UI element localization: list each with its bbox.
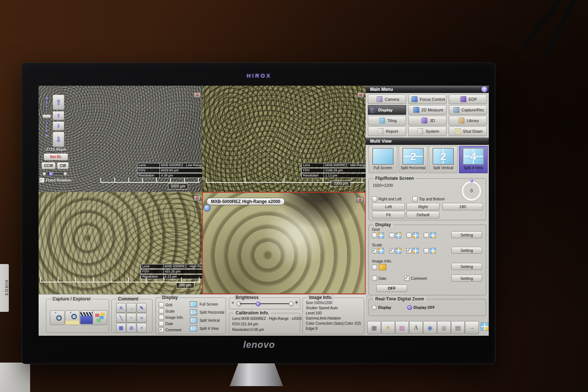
tiling-icon <box>379 118 385 124</box>
bottom-comment-checkbox[interactable] <box>159 327 164 332</box>
quadrant-mid-range[interactable]: LensMXB-5000REZ : Mid-Range : x140 FOV21… <box>202 86 366 192</box>
rotation-slider[interactable] <box>43 173 67 174</box>
navigator-icon[interactable] <box>204 204 211 211</box>
fixed-rotation-checkbox[interactable] <box>39 178 44 183</box>
set-dl-button[interactable]: Set DL <box>44 153 68 160</box>
capture-image-button[interactable] <box>50 310 65 325</box>
menu-system-button[interactable]: System <box>408 126 447 136</box>
quad-view-shortcut-icon[interactable] <box>481 322 489 331</box>
capture-with-note-button[interactable] <box>65 310 80 325</box>
grid-q3-checkbox[interactable] <box>406 233 412 238</box>
image-info-checkbox[interactable] <box>372 265 377 270</box>
arrow-comment-button[interactable]: → <box>126 303 136 313</box>
wave-comment-button[interactable]: ≈ <box>137 313 147 323</box>
comment-checkbox[interactable] <box>404 276 409 281</box>
brightness-track[interactable] <box>240 303 291 304</box>
bottom-split-vertical-button[interactable]: 2Split Vertical <box>190 317 220 324</box>
camera-capture-icon[interactable] <box>357 92 364 98</box>
date-checkbox[interactable] <box>372 276 377 281</box>
menu-report-button[interactable]: Report <box>368 126 406 136</box>
capture-tool-icon[interactable]: ◉ <box>423 321 437 334</box>
annotation-tool-icon[interactable]: A <box>409 321 423 334</box>
rotation-dial[interactable]: 0 <box>462 181 481 201</box>
circle-comment-button[interactable]: ◎ <box>126 323 136 333</box>
date-comment-setting-button[interactable]: Setting <box>451 275 482 282</box>
lamp-tool-icon[interactable]: ☀ <box>381 321 395 334</box>
quadrant-high-range-2000-selected[interactable]: MXB-5000REZ High-Range x2000 <box>202 192 366 294</box>
quadrant-high-range-700[interactable]: LensMXB-5000REZ : High-Range : x700 FOV4… <box>39 192 202 294</box>
menu-focus-control-button[interactable]: Focus Control <box>408 95 447 104</box>
pen-comment-button[interactable]: ✎ <box>137 303 147 313</box>
grid-q1-checkbox[interactable] <box>372 233 377 238</box>
image-info-setting-button[interactable]: Setting <box>451 263 482 270</box>
z-down-button[interactable]: ⇩ <box>53 121 64 131</box>
scale-q1-checkbox[interactable] <box>372 248 377 253</box>
export-tool-icon[interactable]: → <box>465 321 479 334</box>
menu-2d-measure-button[interactable]: 2D Measure <box>408 105 447 115</box>
freehand-comment-button[interactable]: ~ <box>126 313 136 323</box>
right-left-checkbox[interactable] <box>372 196 377 202</box>
digital-zoom-display-off-radio[interactable] <box>407 305 412 310</box>
z-up-button[interactable]: ⇧ <box>53 111 64 120</box>
bottom-scale-checkbox[interactable] <box>159 309 164 314</box>
rotate-left-button[interactable]: Left <box>372 203 405 210</box>
ccw-button[interactable]: CCW <box>42 162 55 169</box>
camera-capture-icon[interactable] <box>356 197 363 203</box>
fit-button[interactable]: Fit <box>372 211 405 218</box>
menu-tiling-button[interactable]: Tiling <box>368 116 406 125</box>
grid-comment-button[interactable]: ▦ <box>116 323 126 333</box>
bottom-grid-checkbox[interactable] <box>159 302 164 307</box>
off-button[interactable]: OFF <box>376 285 407 292</box>
menu-3d-button[interactable]: 3D <box>408 116 447 125</box>
top-bottom-checkbox[interactable] <box>412 196 417 202</box>
menu-edp-button[interactable]: EDP <box>449 95 487 104</box>
explorer-tool-icon[interactable]: ▧ <box>395 321 409 334</box>
printer-tool-icon[interactable]: ▤ <box>451 321 465 334</box>
help-icon[interactable]: ? <box>481 86 487 92</box>
bottom-split-horizontal-button[interactable]: 2Split Horizontal <box>190 309 224 316</box>
full-screen-view-button[interactable]: Full Screen <box>369 146 397 173</box>
rotate-right-button[interactable]: Right <box>406 203 440 210</box>
z-slider-knob[interactable] <box>42 114 51 118</box>
layout-tool-icon[interactable]: ▦ <box>367 321 381 334</box>
menu-capture-rec-button[interactable]: Capture/Rec <box>449 105 487 115</box>
default-button[interactable]: Default <box>406 211 440 218</box>
scale-setting-button[interactable]: Setting <box>451 247 482 254</box>
bottom-full-screen-button[interactable]: Full Screen <box>190 301 218 307</box>
brightness-thumb[interactable] <box>256 302 261 306</box>
quadrant-low-range[interactable]: ▲▲▲▲▲ ▼▼▼▼▼ ⇧ ⇧ ⇩ ⇩ -2725.65µm Set DL CC… <box>39 86 202 192</box>
split-4-view-button[interactable]: 4 Split 4 View <box>459 146 488 173</box>
bottom-split-4-button[interactable]: 4Split 4 View <box>190 325 219 332</box>
cw-button[interactable]: CW <box>57 162 69 169</box>
lens-tool-icon[interactable]: ◎ <box>437 321 451 334</box>
scale-q3-checkbox[interactable] <box>406 248 412 253</box>
digital-zoom-display-radio[interactable] <box>372 305 377 310</box>
scale-q2-checkbox[interactable] <box>389 248 394 253</box>
text-comment-button[interactable]: A <box>116 303 126 313</box>
bottom-image-info-checkbox[interactable] <box>159 315 164 320</box>
z-down-fast-button[interactable]: ⇩ <box>53 132 64 147</box>
explorer-button[interactable] <box>93 310 107 325</box>
rotation-slider-thumb[interactable] <box>49 172 53 176</box>
camera-capture-icon[interactable] <box>194 92 201 98</box>
z-step-arrows[interactable]: ▲▲▲▲▲ ▼▼▼▼▼ <box>42 95 51 138</box>
rotate-180-button[interactable]: 180 <box>442 203 483 210</box>
menu-camera-button[interactable]: Camera <box>368 95 406 104</box>
menu-shut-down-button[interactable]: Shut Down <box>449 126 487 136</box>
stamp-comment-button[interactable]: + <box>137 323 147 333</box>
split-horizontal-view-button[interactable]: 2 Split Horizontal <box>399 146 427 173</box>
bottom-date-checkbox[interactable] <box>159 321 164 326</box>
z-up-fast-button[interactable]: ⇧ <box>53 95 64 110</box>
menu-library-button[interactable]: Library <box>449 116 487 125</box>
menu-display-button[interactable]: Display <box>368 105 406 115</box>
scale-q4-checkbox[interactable] <box>424 248 429 253</box>
split-vertical-icon: 2 <box>190 317 197 324</box>
split-vertical-view-button[interactable]: 2 Split Vertical <box>429 146 458 173</box>
grid-setting-button[interactable]: Setting <box>451 231 482 238</box>
line-comment-button[interactable]: ╲ <box>116 313 126 323</box>
grid-q2-checkbox[interactable] <box>389 233 394 238</box>
capture-rec-icon <box>453 107 459 113</box>
camera-capture-icon[interactable] <box>194 196 201 201</box>
brightness-increase-knob[interactable] <box>289 302 294 306</box>
grid-q4-checkbox[interactable] <box>424 233 429 238</box>
